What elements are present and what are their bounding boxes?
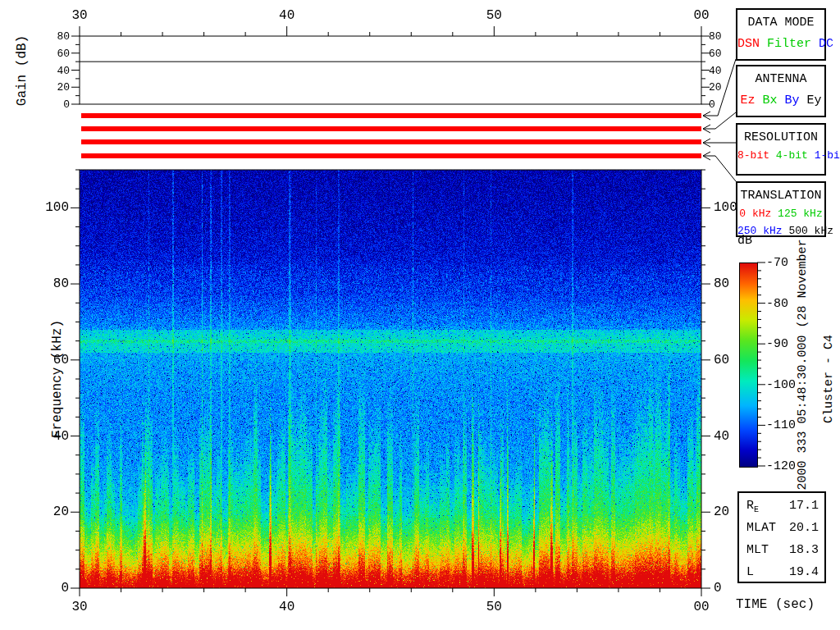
callout-arrowhead <box>703 116 710 120</box>
panel-resolution-value-8-bit: 8-bit <box>737 149 769 162</box>
gain-tick-label-right: 0 <box>709 99 715 110</box>
freq-tick-label: 0 <box>61 582 69 595</box>
freq-tick-label: 60 <box>53 354 69 367</box>
colorbar-tick-label: -110 <box>766 419 796 431</box>
callout-arrowhead <box>703 152 710 156</box>
spectrogram-canvas <box>80 170 701 588</box>
ephemeris-row: RE17.1 <box>739 494 824 515</box>
ephemeris-value: 19.4 <box>789 565 819 579</box>
panel-translation-value-0-khz: 0 kHz <box>739 208 771 220</box>
colorbar <box>739 262 758 468</box>
ephemeris-value: 17.1 <box>789 499 819 513</box>
callout-arrowhead <box>703 143 710 147</box>
panel-translation-values: 0 kHz 125 kHz <box>737 208 824 220</box>
freq-tick-label-right: 60 <box>714 354 729 367</box>
panel-resolution-value-4-bit: 4-bit <box>769 149 808 162</box>
ephemeris-row: L19.4 <box>739 560 824 582</box>
time-tick-label-top: 30 <box>71 9 87 22</box>
gain-plot-frame <box>80 36 701 104</box>
panel-antenna: ANTENNAEz Bx By Ey <box>736 65 826 117</box>
time-tick-label-bottom: 00 <box>693 600 709 614</box>
time-tick-label-top: 00 <box>693 9 709 22</box>
ephemeris-row: MLAT20.1 <box>739 516 824 537</box>
gain-tick-label-right: 40 <box>709 66 722 76</box>
freq-tick-label: 80 <box>53 277 69 290</box>
callout-arrowhead <box>703 129 710 133</box>
frequency-axis-title: Frequency (kHz) <box>51 320 64 438</box>
time-tick-label-top: 40 <box>279 9 294 22</box>
gain-tick-label: 60 <box>57 48 70 59</box>
panel-antenna-title: ANTENNA <box>737 72 824 86</box>
freq-tick-label-right: 40 <box>714 430 729 443</box>
gain-tick-label-right: 20 <box>709 82 722 93</box>
ephemeris-value: 18.3 <box>789 543 819 557</box>
status-bar-3 <box>81 139 701 144</box>
panel-translation-title: TRANSLATION <box>737 189 824 203</box>
spacecraft-annotation: Cluster - C4 <box>823 335 835 423</box>
freq-tick-label-right: 80 <box>714 277 729 290</box>
freq-tick-label-right: 0 <box>714 582 722 595</box>
ephemeris-row: MLT18.3 <box>739 538 824 559</box>
callout-arrowhead <box>703 156 710 160</box>
time-axis-title: TIME (sec) <box>736 598 815 611</box>
colorbar-tick-label: -100 <box>766 379 796 391</box>
panel-translation-value-500-khz: 500 kHz <box>783 225 833 237</box>
panel-antenna-value-ez: Ez <box>740 94 755 107</box>
gain-tick-label: 80 <box>57 31 70 42</box>
status-bar-1 <box>81 113 701 118</box>
ephemeris-label: L <box>746 565 754 579</box>
panel-data-mode-title: DATA MODE <box>737 16 824 30</box>
panel-data-mode-value-dc: DC <box>811 37 833 51</box>
time-tick-label-bottom: 50 <box>486 600 502 614</box>
callout-arrowhead <box>703 125 710 129</box>
status-bar-2 <box>81 126 701 131</box>
status-bar-4 <box>81 153 701 158</box>
gain-tick-label: 20 <box>57 82 70 93</box>
panel-resolution: RESOLUTION8-bit 4-bit 1-bit <box>736 123 826 176</box>
colorbar-tick-label: -120 <box>766 460 796 472</box>
colorbar-title: dB <box>737 235 752 247</box>
ephemeris-box: RE17.1MLAT20.1MLT18.3L19.4 <box>737 491 826 583</box>
ephemeris-label: RE <box>746 499 759 514</box>
callout-line-4 <box>715 156 736 181</box>
ephemeris-label: MLT <box>746 543 769 557</box>
panel-resolution-title: RESOLUTION <box>737 130 824 144</box>
callout-arrowhead <box>703 112 710 116</box>
freq-tick-label: 100 <box>45 201 69 214</box>
time-tick-label-bottom: 40 <box>279 600 294 614</box>
panel-data-mode: DATA MODEDSN Filter DC <box>736 8 826 61</box>
panel-antenna-values: Ez Bx By Ey <box>737 94 824 107</box>
callout-line-2 <box>715 112 736 129</box>
panel-antenna-value-ey: Ey <box>800 94 822 107</box>
panel-translation-value-125-khz: 125 kHz <box>771 208 822 220</box>
wbd-spectrogram-display: Gain (dB) Frequency (kHz) 2000 333 05:48… <box>0 0 840 630</box>
gain-tick-label: 40 <box>57 66 70 76</box>
freq-tick-label: 40 <box>53 430 69 443</box>
start-time-annotation: 2000 333 05:48:30.000 (28 November) <box>797 231 809 490</box>
panel-data-mode-value-filter: Filter <box>760 37 811 51</box>
freq-tick-label-right: 100 <box>714 201 737 214</box>
panel-resolution-value-1-bit: 1-bit <box>808 149 840 162</box>
panel-antenna-value-bx: Bx <box>755 94 777 107</box>
panel-data-mode-values: DSN Filter DC <box>737 37 824 51</box>
ephemeris-value: 20.1 <box>789 521 819 535</box>
panel-antenna-value-by: By <box>778 94 800 107</box>
time-tick-label-top: 50 <box>486 9 502 22</box>
panel-data-mode-value-dsn: DSN <box>737 37 760 51</box>
gain-tick-label: 0 <box>63 99 70 110</box>
colorbar-tick-label: -90 <box>766 338 788 350</box>
freq-tick-label: 20 <box>53 505 69 518</box>
colorbar-tick-label: -70 <box>766 257 788 269</box>
callout-arrowhead <box>703 139 710 143</box>
time-tick-label-bottom: 30 <box>71 600 87 614</box>
panel-translation: TRANSLATION0 kHz 125 kHz250 kHz 500 kHz <box>736 181 826 237</box>
panel-resolution-values: 8-bit 4-bit 1-bit <box>737 149 824 162</box>
colorbar-tick-label: -80 <box>766 298 788 310</box>
freq-tick-label-right: 20 <box>714 505 729 518</box>
ephemeris-label: MLAT <box>746 521 776 535</box>
gain-tick-label-right: 60 <box>709 48 722 59</box>
gain-axis-title: Gain (dB) <box>16 35 29 106</box>
gain-tick-label-right: 80 <box>709 31 722 42</box>
